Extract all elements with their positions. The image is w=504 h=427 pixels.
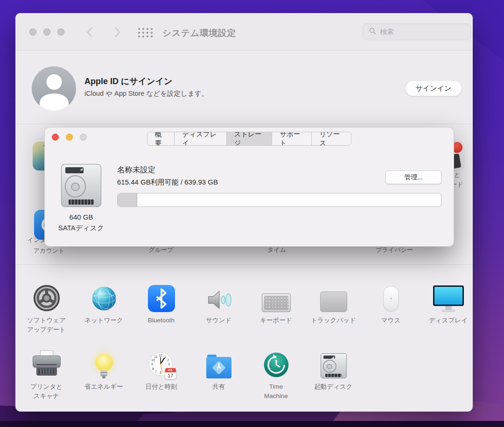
pref-item-energy-saver[interactable]: 省エネルギー [75, 345, 133, 401]
about-this-mac-storage-dialog: 概要 ディスプレイ ストレージ サポート リソース 640 GB SATAディス… [44, 127, 454, 247]
dialog-tab-bar: 概要 ディスプレイ ストレージ サポート リソース [147, 132, 351, 146]
tab-storage[interactable]: ストレージ [227, 132, 273, 145]
forward-chevron-icon[interactable] [112, 26, 123, 38]
shared-folder-icon [206, 345, 231, 378]
tab-displays[interactable]: ディスプレイ [175, 132, 226, 145]
svg-text:11: 11 [154, 355, 157, 358]
tab-resources[interactable]: リソース [312, 132, 351, 145]
search-icon [369, 28, 376, 36]
dialog-zoom-button [80, 134, 87, 141]
svg-text:2: 2 [167, 358, 169, 362]
search-placeholder: 検索 [380, 28, 394, 36]
globe-icon [91, 279, 118, 312]
pref-grid-row: プリンタと スキャナ 省エネルギー 12369 1245 781011 [18, 345, 473, 401]
zoom-button[interactable] [57, 28, 64, 36]
bluetooth-icon [148, 279, 175, 312]
mouse-icon [383, 279, 399, 312]
pref-item-network[interactable]: ネットワーク [75, 279, 133, 335]
close-button[interactable] [29, 28, 36, 36]
time-machine-icon [263, 345, 290, 378]
pref-item-bluetooth[interactable]: Bluetooth [133, 279, 190, 335]
minimize-button[interactable] [43, 28, 50, 36]
pref-item-time-machine[interactable]: Time Machine [247, 345, 305, 401]
pref-item-printers-scanners[interactable]: プリンタと スキャナ [18, 345, 75, 401]
pref-item-startup-disk[interactable]: 起動ディスク [305, 345, 362, 401]
pref-item-displays[interactable]: ディスプレイ [420, 279, 473, 335]
gear-icon [33, 279, 61, 312]
volume-usage: 615.44 GB利用可能 / 639.93 GB [117, 178, 218, 187]
hard-disk-icon [321, 345, 347, 378]
pref-grid-row: ソフトウェア アップデート ネットワー [18, 279, 473, 335]
lightbulb-icon [95, 345, 113, 378]
svg-text:3: 3 [168, 363, 170, 366]
manage-button[interactable]: 管理... [385, 171, 441, 184]
keyboard-icon [262, 279, 291, 312]
disk-caption: 640 GB SATAディスク [49, 212, 114, 234]
pref-item-sharing[interactable]: 共有 [190, 345, 247, 401]
pref-item-keyboard[interactable]: キーボード [247, 279, 305, 335]
screen-time-label-fragment: タイム [244, 246, 309, 254]
svg-text:7: 7 [155, 370, 157, 373]
wallpaper-facet [0, 421, 504, 427]
dialog-close-button[interactable] [52, 134, 59, 141]
back-chevron-icon[interactable] [84, 26, 96, 38]
notifications-label-fragment: と [454, 171, 460, 179]
avatar [32, 66, 76, 111]
search-field[interactable]: 検索 [363, 23, 471, 40]
clock-calendar-icon: 12369 1245 781011 JUL 17 [148, 345, 175, 378]
divider [15, 124, 473, 124]
pref-item-software-update[interactable]: ソフトウェア アップデート [18, 279, 75, 335]
speaker-icon [205, 279, 233, 312]
svg-text:1: 1 [164, 355, 166, 358]
display-icon [433, 279, 464, 312]
svg-text:9: 9 [151, 363, 153, 366]
apple-id-title: Apple ID にサインイン [84, 76, 173, 87]
security-privacy-label-fragment: プライバシー [362, 246, 427, 254]
users-groups-label-fragment: グループ [128, 246, 194, 254]
svg-text:12: 12 [159, 354, 162, 357]
apple-id-subtitle: iCloud や App Store などを設定します。 [84, 89, 208, 98]
window-title: システム環境設定 [162, 27, 236, 39]
show-all-grid-icon[interactable] [137, 27, 154, 38]
capacity-bar [117, 193, 441, 207]
printer-icon [33, 345, 61, 378]
divider [15, 264, 473, 265]
tab-overview[interactable]: 概要 [147, 132, 175, 145]
svg-text:8: 8 [152, 367, 154, 370]
pref-item-mouse[interactable]: マウス [362, 279, 420, 335]
pref-item-date-time[interactable]: 12369 1245 781011 JUL 17 日付と [133, 345, 190, 401]
pref-item-sound[interactable]: サウンド [190, 279, 247, 335]
dialog-minimize-button[interactable] [66, 134, 73, 141]
volume-name: 名称未設定 [117, 165, 156, 175]
hard-disk-icon [61, 164, 101, 207]
pref-item-trackpad[interactable]: トラックパッド [305, 279, 362, 335]
svg-text:10: 10 [151, 358, 155, 362]
mini-calendar: JUL 17 [165, 368, 176, 379]
capacity-bar-used-segment [118, 193, 137, 206]
signin-button[interactable]: サインイン [405, 80, 462, 96]
toolbar: システム環境設定 検索 [15, 13, 473, 50]
svg-text:6: 6 [160, 371, 161, 374]
trackpad-icon [320, 279, 347, 312]
tab-support[interactable]: サポート [272, 132, 312, 145]
